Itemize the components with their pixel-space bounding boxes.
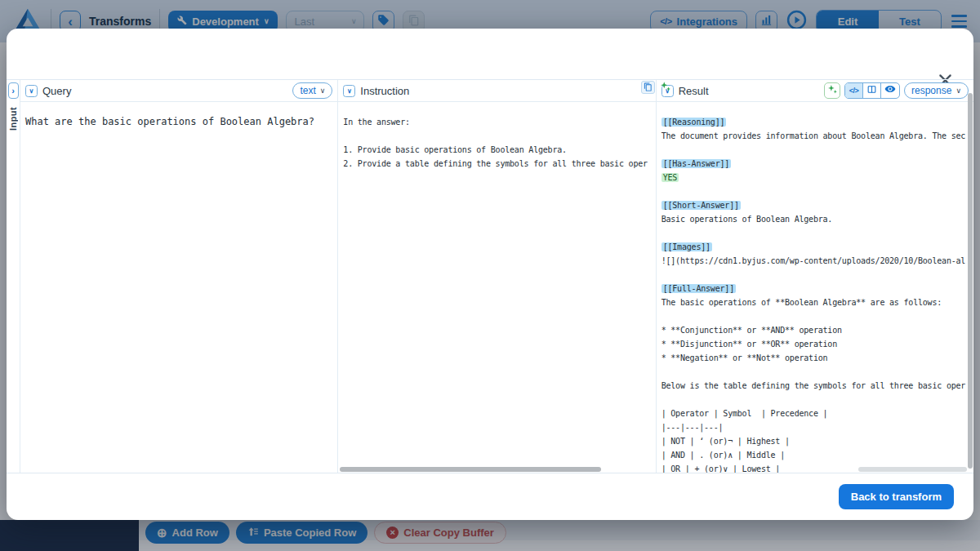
content-line: Below is the table defining the symbols …	[662, 379, 969, 393]
back-to-transform-button[interactable]: Back to transform	[839, 484, 954, 509]
input-section-label: Input	[8, 107, 18, 131]
generate-result-button[interactable]	[824, 82, 840, 99]
content-line	[662, 268, 969, 282]
row-detail-modal: › Input ∨ Query text ∨ What are the basi…	[7, 29, 973, 520]
result-column-label: Result	[679, 85, 709, 97]
chevron-down-icon: ∨	[956, 87, 961, 95]
content-line: * **Negation** or **Not** operation	[662, 351, 969, 365]
content-line: * **Disjunction** or **OR** operation	[662, 337, 969, 351]
result-column: ∨ Result </>	[657, 80, 973, 473]
content-line: 2. Provide a table defining the symbols …	[343, 157, 650, 171]
columns-panel: › Input ∨ Query text ∨ What are the basi…	[7, 79, 973, 473]
sparkle-icon	[827, 84, 838, 97]
content-line	[662, 365, 969, 379]
code-icon: </>	[849, 87, 859, 95]
instruction-column-label: Instruction	[360, 85, 409, 97]
query-column-header: ∨ Query text ∨	[20, 80, 337, 102]
view-split-option[interactable]	[863, 83, 881, 98]
modal-footer: Back to transform	[7, 473, 973, 520]
content-line: [[Short-Answer]]	[662, 198, 969, 212]
content-line: YES	[662, 171, 969, 184]
chevron-down-icon: ∨	[320, 87, 326, 95]
copy-instruction-button[interactable]	[641, 81, 655, 94]
content-line: | Operator | Symbol | Precedence |	[662, 407, 969, 420]
content-line	[662, 226, 969, 240]
view-preview-option[interactable]	[881, 83, 899, 98]
result-view-select[interactable]: response ∨	[904, 82, 969, 99]
vertical-scrollbar[interactable]	[968, 93, 973, 469]
regenerate-result-button[interactable]	[659, 81, 673, 94]
query-column-label: Query	[42, 85, 71, 97]
result-view-toggle: </>	[844, 82, 900, 99]
split-columns-icon	[866, 83, 877, 98]
input-section-gutter: › Input	[7, 80, 20, 473]
eye-icon	[884, 83, 896, 98]
query-type-value: text	[300, 85, 315, 96]
collapse-chevron-icon[interactable]: ∨	[343, 85, 355, 97]
content-line: 1. Provide basic operations of Boolean A…	[343, 143, 650, 157]
content-line: The document provides information about …	[662, 129, 969, 143]
content-line: | AND | . (or)∧ | Middle |	[662, 448, 969, 462]
content-line: The basic operations of **Boolean Algebr…	[662, 295, 969, 309]
horizontal-scrollbar-track[interactable]	[858, 467, 967, 472]
content-line	[662, 184, 969, 198]
content-line: In the answer:	[343, 115, 650, 129]
query-type-select[interactable]: text ∨	[292, 82, 332, 99]
view-code-option[interactable]: </>	[845, 83, 863, 98]
content-line: * **Conjunction** or **AND** operation	[662, 323, 969, 337]
content-line: [[Images]]	[662, 240, 969, 254]
content-line	[343, 129, 650, 143]
sparkle-icon	[660, 81, 671, 95]
content-line	[662, 143, 969, 157]
instruction-column: ∨ Instruction In the answer: 1. Provide …	[338, 80, 656, 473]
query-content: What are the basic operations of Boolean…	[20, 102, 337, 473]
content-line	[662, 393, 969, 407]
chevron-right-icon: ›	[11, 87, 15, 96]
result-column-header: ∨ Result </>	[657, 80, 973, 102]
content-line: [[Full-Answer]]	[662, 282, 969, 295]
content-line	[662, 309, 969, 323]
horizontal-scrollbar[interactable]	[340, 467, 601, 472]
collapse-chevron-icon[interactable]: ∨	[25, 85, 38, 97]
content-line: | NOT | ‘ (or)¬ | Highest |	[662, 434, 969, 448]
result-content: [[Reasoning]]The document provides infor…	[657, 102, 973, 473]
content-line: Basic operations of Boolean Algebra.	[662, 212, 969, 226]
content-line: [[Reasoning]]	[662, 115, 969, 129]
query-text: What are the basic operations of Boolean…	[25, 115, 332, 129]
query-column: ∨ Query text ∨ What are the basic operat…	[20, 80, 338, 473]
content-line: [[Has-Answer]]	[662, 157, 969, 171]
copy-icon	[644, 82, 653, 94]
expand-input-button[interactable]: ›	[8, 82, 19, 99]
content-line: |---|---|---|	[662, 420, 969, 434]
instruction-column-header: ∨ Instruction	[338, 80, 655, 102]
content-line: ![](https://cdn1.byjus.com/wp-content/up…	[662, 254, 969, 268]
result-view-value: response	[911, 85, 951, 96]
instruction-content: In the answer: 1. Provide basic operatio…	[338, 102, 655, 473]
